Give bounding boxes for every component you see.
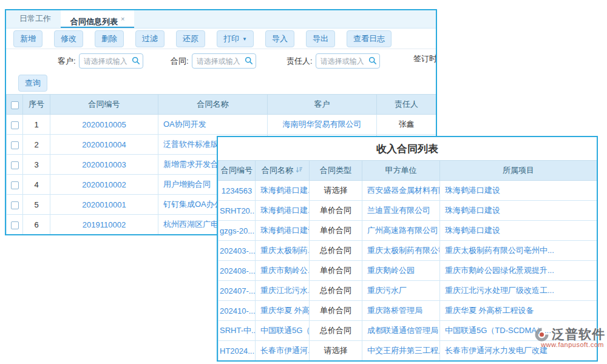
cell-contract-code[interactable]: 2020010001	[50, 195, 158, 215]
cell-project[interactable]: 重庆江北污水处理厂级改造工...	[440, 281, 597, 301]
cell-contract-type: 总价合同	[310, 321, 362, 341]
cell-select[interactable]	[7, 155, 23, 175]
search-icon[interactable]	[245, 56, 253, 65]
cell-project[interactable]: 珠海鹤港口建设	[440, 221, 597, 241]
button-label: 导入	[272, 34, 288, 43]
cell-select[interactable]	[7, 215, 23, 235]
search-icon[interactable]	[368, 56, 377, 65]
cell-seq: 3	[23, 155, 50, 175]
cell-contract-name[interactable]: OA协同开发	[158, 115, 268, 135]
cell-contract-code[interactable]: 202403-...	[219, 241, 256, 261]
cell-contract-code[interactable]: SRHT20...	[219, 201, 256, 221]
cell-contract-name[interactable]: 长春市伊通河...	[256, 341, 310, 361]
select-all-checkbox[interactable]	[11, 101, 19, 109]
cell-customer[interactable]: 海南明华贸易有限公司	[268, 115, 377, 135]
tab-label: 合同信息列表	[70, 17, 118, 26]
header-label: 合同编号	[221, 166, 253, 175]
cell-project[interactable]: 重庆华夏 外高桥工程设备	[440, 301, 597, 321]
filter-label: 责任人:	[287, 56, 313, 67]
cell-contract-code[interactable]: gzgs-20...	[219, 221, 256, 241]
cell-contract-code[interactable]: 2020010002	[50, 175, 158, 195]
cell-contract-code[interactable]: 2019110002	[50, 215, 158, 235]
sign-date-filter: 签订时间:	[413, 53, 437, 64]
tab-daily-work[interactable]: 日常工作	[10, 10, 61, 28]
cell-party-a[interactable]: 中交王府井第三工程局...	[362, 341, 440, 361]
sort-icon	[296, 166, 303, 174]
cell-contract-name[interactable]: 中国联通5G（...	[256, 321, 310, 341]
export-button[interactable]: 导出	[306, 30, 335, 47]
cell-contract-type: 请选择	[310, 341, 362, 361]
tab-contract-info-list[interactable]: 合同信息列表×	[61, 10, 134, 28]
cell-contract-code[interactable]: 2020010004	[50, 135, 158, 155]
cell-contract-code[interactable]: HT2024...	[219, 341, 256, 361]
row-checkbox[interactable]	[11, 121, 19, 129]
cell-party-a[interactable]: 重庆路桥管理局	[362, 301, 440, 321]
view-log-button[interactable]: 查看日志	[347, 30, 392, 47]
restore-button[interactable]: 还原	[176, 30, 205, 47]
header-select-all[interactable]	[7, 95, 23, 115]
header-customer: 客户	[268, 95, 377, 115]
close-icon[interactable]: ×	[121, 15, 124, 22]
cell-select[interactable]	[7, 135, 23, 155]
header-contract-name: 合同名称	[158, 95, 268, 115]
add-button[interactable]: 新增	[13, 30, 42, 47]
table-row: 1234563珠海鹤港口建...请选择西安盛器金属材料有限...珠海鹤港口建设	[219, 181, 597, 201]
dropdown-caret-icon: ▼	[242, 36, 247, 42]
cell-select[interactable]	[7, 195, 23, 215]
cell-contract-code[interactable]: 2020010005	[50, 115, 158, 135]
table-row: 12020010005OA协同开发海南明华贸易有限公司张鑫	[7, 115, 436, 135]
row-checkbox[interactable]	[11, 221, 19, 229]
cell-contract-type: 单价合同	[310, 261, 362, 281]
cell-select[interactable]	[7, 175, 23, 195]
cell-contract-name[interactable]: 珠海鹤港口建...	[256, 181, 310, 201]
cell-party-a[interactable]: 重庆太极制药有限公司	[362, 241, 440, 261]
cell-select[interactable]	[7, 115, 23, 135]
row-checkbox[interactable]	[11, 181, 19, 189]
header-contract-name[interactable]: 合同名称	[256, 161, 310, 181]
cell-contract-type: 单价合同	[310, 301, 362, 321]
cell-project[interactable]: 重庆市鹅岭公园绿化景观提升...	[440, 261, 597, 281]
table-row: SRHT20...珠海鹤港口建...单价合同兰迪置业有限公司珠海鹤港口建设	[219, 201, 597, 221]
cell-contract-code[interactable]: 2020010003	[50, 155, 158, 175]
cell-contract-name[interactable]: 重庆江北污水...	[256, 281, 310, 301]
cell-party-a[interactable]: 重庆污水厂	[362, 281, 440, 301]
cell-project[interactable]: 重庆太极制药有限公司亳州中...	[440, 241, 597, 261]
cell-contract-name[interactable]: 珠海鹤港口建设	[256, 221, 310, 241]
row-checkbox[interactable]	[11, 141, 19, 149]
cell-contract-name[interactable]: 重庆华夏 外高...	[256, 301, 310, 321]
cell-project[interactable]: 珠海鹤港口建设	[440, 181, 597, 201]
import-button[interactable]: 导入	[265, 30, 294, 47]
cell-party-a[interactable]: 兰迪置业有限公司	[362, 201, 440, 221]
row-checkbox[interactable]	[11, 161, 19, 169]
filter-button[interactable]: 过滤	[135, 30, 164, 47]
print-button[interactable]: 打印▼	[217, 30, 254, 47]
cell-contract-name[interactable]: 重庆市鹅岭公...	[256, 261, 310, 281]
cell-contract-type: 总价合同	[310, 241, 362, 261]
cell-contract-code[interactable]: SRHT-中...	[219, 321, 256, 341]
tab-label: 日常工作	[19, 14, 51, 23]
cell-contract-code[interactable]: 202408-...	[219, 261, 256, 281]
header-label: 合同名称	[262, 166, 293, 175]
cell-contract-name[interactable]: 重庆太极制药...	[256, 241, 310, 261]
header-label: 客户	[314, 99, 330, 109]
edit-button[interactable]: 修改	[54, 30, 83, 47]
cell-party-a[interactable]: 成都联通通信管理局	[362, 321, 440, 341]
cell-party-a[interactable]: 广州高速路有限公司	[362, 221, 440, 241]
table-row: 202408-...重庆市鹅岭公...单价合同重庆鹅岭公园重庆市鹅岭公园绿化景观…	[219, 261, 597, 281]
cell-contract-code[interactable]: 202410-...	[219, 301, 256, 321]
button-label: 还原	[183, 34, 198, 43]
cell-contract-name[interactable]: 珠海鹤港口建...	[256, 201, 310, 221]
row-checkbox[interactable]	[11, 201, 19, 209]
cell-project[interactable]: 珠海鹤港口建设	[440, 201, 597, 221]
customer-filter: 客户:	[58, 53, 143, 69]
search-icon[interactable]	[132, 56, 140, 65]
query-row: 查询	[6, 72, 436, 94]
delete-button[interactable]: 删除	[95, 30, 124, 47]
cell-contract-type: 请选择	[310, 181, 362, 201]
query-button[interactable]: 查询	[18, 75, 47, 92]
cell-contract-code[interactable]: 1234563	[219, 181, 256, 201]
cell-party-a[interactable]: 重庆鹅岭公园	[362, 261, 440, 281]
header-label: 甲方单位	[385, 166, 417, 175]
cell-party-a[interactable]: 西安盛器金属材料有限...	[362, 181, 440, 201]
cell-contract-code[interactable]: 202407-...	[219, 281, 256, 301]
